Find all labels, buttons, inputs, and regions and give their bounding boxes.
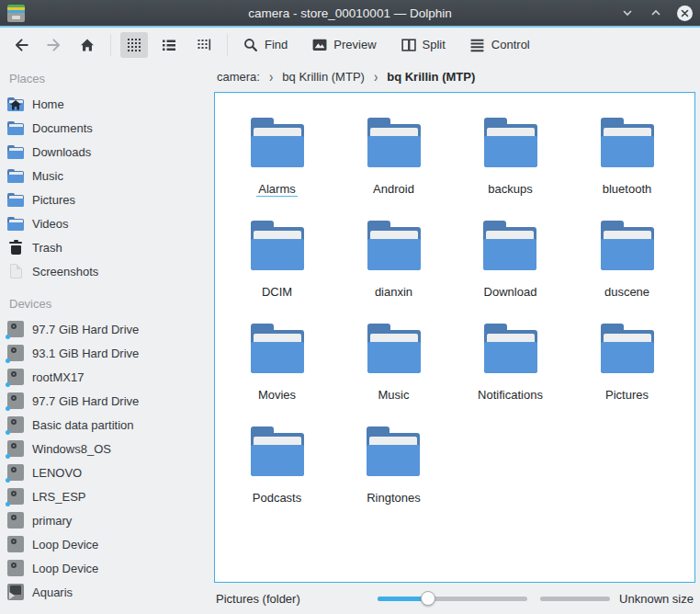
device-item-label: primary <box>32 514 72 528</box>
folder-item[interactable]: DCIM <box>251 220 304 323</box>
folder-item[interactable]: Alarms <box>251 117 304 220</box>
close-button[interactable] <box>677 6 693 21</box>
device-item-label: Aquaris <box>32 586 73 599</box>
device-item[interactable]: Loop Device <box>0 556 209 580</box>
titlebar: camera - store_00010001 — Dolphin <box>0 0 700 26</box>
folder-item[interactable]: duscene <box>601 220 654 323</box>
breadcrumb-segment[interactable]: bq Krillin (MTP) <box>282 70 365 84</box>
sidebar-item-label: Home <box>32 97 64 111</box>
folder-item[interactable]: Download <box>482 220 539 323</box>
device-item-label: LRS_ESP <box>32 490 86 504</box>
folder-icon <box>7 215 24 232</box>
device-item[interactable]: 97.7 GiB Hard Drive <box>0 389 209 413</box>
chevron-up-icon <box>649 6 663 20</box>
device-item[interactable]: Loop Device <box>0 532 209 556</box>
forward-arrow-icon <box>46 37 62 53</box>
list-view-icon <box>161 37 177 53</box>
device-item[interactable]: Windows8_OS <box>0 437 209 460</box>
device-item[interactable]: Aquaris <box>0 580 209 604</box>
sidebar-item-label: Music <box>32 169 63 183</box>
folder-view[interactable]: Alarms Android backups bluetooth DCIM di… <box>214 92 695 583</box>
folder-item[interactable]: Ringtones <box>365 426 423 529</box>
breadcrumb-chevron-icon: › <box>374 69 378 85</box>
control-button[interactable]: Control <box>464 32 536 57</box>
sidebar-item-home[interactable]: Home <box>0 92 209 116</box>
device-item[interactable]: 97.7 GiB Hard Drive <box>0 317 209 341</box>
sidebar-item-documents[interactable]: Documents <box>0 116 209 140</box>
zoom-slider[interactable] <box>378 590 527 607</box>
hard-drive-icon <box>7 536 24 552</box>
device-item-label: Loop Device <box>32 562 98 575</box>
hard-drive-icon <box>7 464 24 481</box>
sidebar-item-videos[interactable]: Videos <box>0 211 209 235</box>
minimize-button[interactable] <box>620 6 635 20</box>
sidebar-item-music[interactable]: Music <box>0 164 209 188</box>
folder-icon <box>483 221 536 270</box>
compact-view-button[interactable] <box>190 32 218 58</box>
preview-label: Preview <box>333 38 376 51</box>
sidebar-item-label: Documents <box>32 121 93 135</box>
folder-icon <box>251 426 304 476</box>
sidebar-item-label: Pictures <box>32 193 75 207</box>
sidebar-item-trash[interactable]: Trash <box>0 235 209 259</box>
folder-item[interactable]: Pictures <box>601 323 654 426</box>
breadcrumb-segment[interactable]: camera: <box>217 70 260 84</box>
mounted-indicator <box>6 454 10 459</box>
sidebar-item-downloads[interactable]: Downloads <box>0 140 209 164</box>
hard-drive-icon <box>7 369 24 385</box>
folder-icon <box>484 118 537 167</box>
sidebar-item-pictures[interactable]: Pictures <box>0 188 209 211</box>
folder-item[interactable]: backups <box>484 117 537 220</box>
maximize-button[interactable] <box>649 6 663 20</box>
compact-view-icon <box>196 37 212 53</box>
chevron-down-icon <box>620 6 635 20</box>
mounted-indicator <box>6 502 10 506</box>
back-button[interactable] <box>7 32 35 58</box>
device-item[interactable]: LRS_ESP <box>0 484 209 508</box>
folder-icon <box>601 221 654 270</box>
hamburger-menu-icon <box>469 37 485 52</box>
device-item[interactable]: primary <box>0 508 209 532</box>
control-label: Control <box>491 38 530 51</box>
forward-button[interactable] <box>40 32 68 58</box>
breadcrumb-segment-current[interactable]: bq Krillin (MTP) <box>387 70 475 84</box>
status-bar: Pictures (folder) Unknown size <box>209 583 700 614</box>
device-item-label: LENOVO <box>32 466 82 480</box>
home-button[interactable] <box>73 32 101 58</box>
device-item-label: Basic data partition <box>32 418 134 432</box>
device-item[interactable]: LENOVO <box>0 460 209 484</box>
breadcrumb-chevron-icon: › <box>269 69 273 85</box>
sidebar-item-label: Videos <box>32 217 69 231</box>
device-item[interactable]: rootMX17 <box>0 365 209 389</box>
smartphone-icon <box>7 584 24 600</box>
sidebar-item-screenshots[interactable]: Screenshots <box>0 259 209 283</box>
folder-grid: Alarms Android backups bluetooth DCIM di… <box>215 93 694 529</box>
device-item[interactable]: Basic data partition <box>0 413 209 437</box>
find-button[interactable]: Find <box>237 32 293 57</box>
folder-item[interactable]: Android <box>367 117 421 220</box>
device-item[interactable]: 93.1 GiB Hard Drive <box>0 341 209 365</box>
sidebar-item-label: Trash <box>32 241 62 255</box>
folder-icon <box>251 221 304 270</box>
file-icon <box>7 263 24 279</box>
back-arrow-icon <box>13 37 29 53</box>
mounted-indicator <box>6 382 10 387</box>
hard-drive-icon <box>7 416 24 433</box>
folder-icon <box>601 118 654 167</box>
folder-item[interactable]: Movies <box>251 323 304 426</box>
list-view-button[interactable] <box>155 32 183 58</box>
folder-item[interactable]: Podcasts <box>251 426 304 529</box>
find-label: Find <box>265 38 288 51</box>
icons-view-button[interactable] <box>120 32 148 58</box>
folder-icon <box>367 426 420 476</box>
folder-item[interactable]: dianxin <box>367 220 421 323</box>
zoom-slider-handle[interactable] <box>421 591 435 606</box>
folder-item[interactable]: Notifications <box>476 323 545 426</box>
preview-button[interactable]: Preview <box>306 32 381 57</box>
hard-drive-icon <box>7 321 24 337</box>
folder-item[interactable]: Music <box>367 323 421 426</box>
icons-view-icon <box>126 37 142 53</box>
folder-item[interactable]: bluetooth <box>601 117 654 220</box>
split-button[interactable]: Split <box>395 32 451 57</box>
toolbar-separator <box>227 34 228 56</box>
